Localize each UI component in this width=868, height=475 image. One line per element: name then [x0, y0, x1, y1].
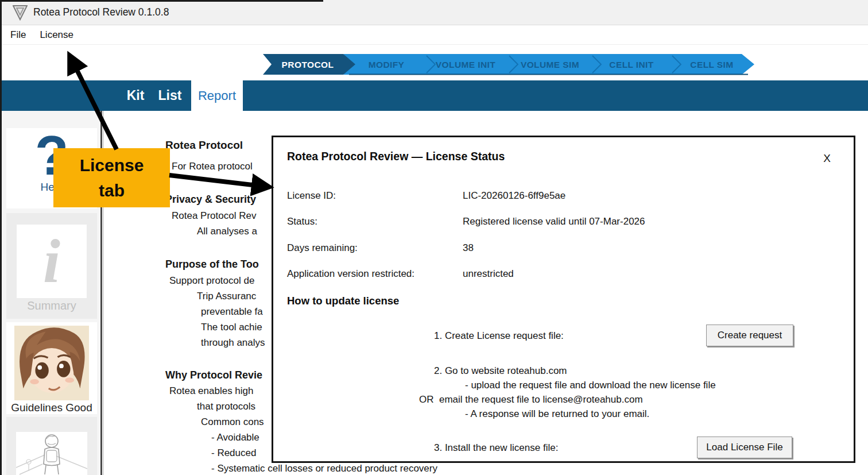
load-license-file-button[interactable]: Load License File — [697, 437, 792, 458]
step2-line4: - A response will be returned to your em… — [465, 408, 649, 420]
info-card: i — [17, 225, 87, 298]
menu-license[interactable]: License — [33, 29, 80, 41]
report-text: Rotea enables high — [169, 385, 254, 397]
status-value: Registered license valid until 07-Mar-20… — [463, 216, 645, 227]
report-text: preventable fa — [201, 306, 263, 318]
days-remaining-value: 38 — [463, 242, 474, 254]
callout-text-line2: tab — [99, 178, 125, 203]
report-bullet: - Systematic cell losses or reduced prod… — [211, 463, 437, 474]
report-text: that protocols — [197, 401, 255, 412]
workflow-label-volume-sim[interactable]: VOLUME SIM — [521, 60, 579, 69]
sidebar-item-label: Guidelines Good — [6, 401, 97, 414]
tab-kit[interactable]: Kit — [117, 80, 154, 111]
workflow-label-protocol[interactable]: PROTOCOL — [282, 60, 334, 69]
tab-report[interactable]: Report — [191, 80, 243, 111]
tab-list[interactable]: List — [150, 80, 190, 111]
report-text: For Rotea protocol — [172, 161, 253, 172]
dialog-title: Rotea Protocol Review — License Status — [287, 150, 505, 163]
report-heading: Privacy & Security — [165, 194, 256, 206]
sketch-figure-image — [16, 432, 87, 475]
window-title: Rotea Protocol Review 0.1.0.8 — [33, 6, 169, 18]
step1-text: 1. Create License request file: — [434, 330, 564, 342]
callout-text-line1: License — [80, 153, 144, 178]
workflow-label-cell-sim[interactable]: CELL SIM — [690, 60, 733, 69]
step2-line2: - upload the request file and download t… — [465, 380, 716, 391]
arrow-to-dialog — [169, 175, 267, 187]
report-heading: Rotea Protocol — [165, 139, 243, 152]
step2-line1: 2. Go to website roteahub.com — [434, 365, 567, 377]
anime-face-image — [14, 326, 90, 400]
status-label: Status: — [287, 216, 317, 227]
report-text: Common cons — [201, 416, 264, 428]
version-restricted-value: unrestricted — [463, 268, 514, 280]
info-italic-icon: i — [43, 233, 60, 289]
app-logo-icon — [13, 5, 28, 21]
workflow-label-volume-init[interactable]: VOLUME INIT — [436, 60, 495, 69]
workflow-label-modify[interactable]: MODIFY — [369, 60, 405, 69]
sidebar-item-summary[interactable]: i Summary — [6, 213, 97, 319]
report-heading: Why Protocol Revie — [165, 369, 262, 381]
report-text: through analys — [201, 337, 265, 349]
report-text: Trip Assuranc — [197, 291, 256, 302]
version-restricted-label: Application version restricted: — [287, 268, 414, 280]
title-bar: Rotea Protocol Review 0.1.0.8 — [2, 0, 868, 25]
menu-file[interactable]: File — [2, 29, 33, 41]
step3-text: 3. Install the new license file: — [434, 442, 558, 454]
license-status-dialog: Rotea Protocol Review — License Status X… — [272, 136, 855, 463]
sidebar-item-label: Summary — [6, 299, 97, 312]
nav-bar: Kit List Report — [2, 80, 868, 111]
workflow-label-cell-init[interactable]: CELL INIT — [609, 60, 654, 69]
report-text: The tool achie — [201, 322, 262, 333]
report-heading: Purpose of the Too — [165, 258, 259, 271]
step2-line3: OR email the request file to license@rot… — [419, 394, 643, 406]
report-bullet: - Avoidable — [211, 432, 259, 443]
days-remaining-label: Days remaining: — [287, 242, 358, 254]
report-text: All analyses a — [197, 226, 257, 237]
license-id-value: LIC-20260126-6ff9e5ae — [463, 190, 565, 202]
sidebar-item-sketch[interactable] — [6, 417, 97, 475]
close-icon[interactable]: X — [823, 152, 831, 165]
workflow-stepper: PROTOCOL MODIFY VOLUME INIT VOLUME SIM C… — [263, 53, 755, 76]
menu-bar: File License — [2, 26, 868, 45]
license-id-label: License ID: — [287, 190, 336, 202]
report-text: Support protocol de — [169, 275, 254, 287]
sidebar-item-guidelines-good[interactable]: Guidelines Good — [6, 322, 97, 414]
report-bullet: - Reduced — [211, 447, 256, 459]
report-text: Rotea Protocol Rev — [172, 210, 256, 222]
create-request-button[interactable]: Create request — [706, 325, 793, 346]
how-to-update-heading: How to update license — [287, 295, 399, 307]
license-tab-callout: License tab — [53, 148, 170, 207]
